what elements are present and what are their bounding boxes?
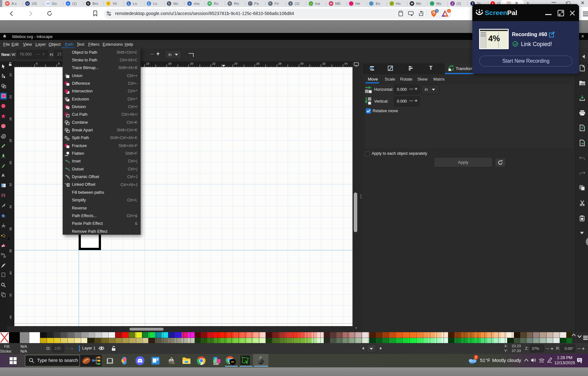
svg-text:A: A — [2, 264, 4, 267]
svg-text:M365: M365 — [213, 363, 219, 365]
